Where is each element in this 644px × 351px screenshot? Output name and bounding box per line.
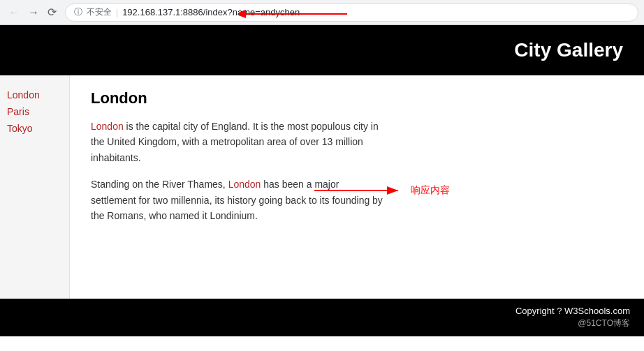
city-desc-text-1: is the capital city of England. It is th… [91, 121, 379, 163]
reload-button[interactable]: ⟳ [45, 4, 59, 20]
annotation-label: 响应内容 [411, 184, 450, 197]
url-arrow [239, 6, 351, 22]
site-title: City Gallery [514, 39, 623, 61]
sidebar-link-tokyo[interactable]: Tokyo [7, 123, 62, 134]
site-footer: Copyright ? W3Schools.com @51CTO博客 [0, 299, 644, 336]
main-content: London London is the capital city of Eng… [70, 75, 644, 299]
footer-watermark: @51CTO博客 [578, 318, 630, 329]
content-arrow-svg [314, 184, 405, 197]
city-name-1: London [91, 121, 124, 132]
footer-copyright: Copyright ? W3Schools.com [515, 306, 630, 316]
browser-chrome: ← → ⟳ ⓘ 不安全 | 192.168.137.1:8886/index?n… [0, 0, 644, 25]
security-text: 不安全 [87, 6, 112, 18]
city-desc-1: London is the capital city of England. I… [91, 119, 384, 165]
nav-buttons: ← → ⟳ [6, 4, 59, 20]
back-button[interactable]: ← [6, 5, 22, 20]
forward-button[interactable]: → [25, 5, 42, 20]
sidebar-link-london[interactable]: London [7, 89, 62, 100]
city-title: London [91, 89, 623, 107]
address-bar[interactable]: ⓘ 不安全 | 192.168.137.1:8886/index?name=an… [65, 3, 638, 22]
security-icon: ⓘ [74, 6, 82, 18]
page-body: London Paris Tokyo London London is the … [0, 75, 644, 299]
sidebar-link-paris[interactable]: Paris [7, 106, 62, 117]
city-desc-text-2a: Standing on the River Thames, [91, 179, 228, 190]
site-header: City Gallery [0, 25, 644, 75]
city-name-2: London [228, 179, 261, 190]
separator: | [116, 8, 118, 17]
sidebar: London Paris Tokyo [0, 75, 70, 299]
content-annotation: 响应内容 [314, 184, 450, 197]
